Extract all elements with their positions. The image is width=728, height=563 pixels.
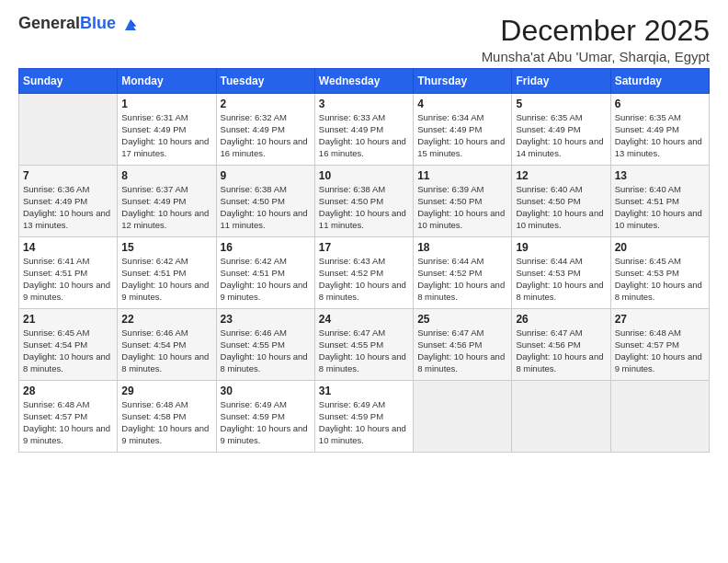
day-info: Sunrise: 6:42 AM Sunset: 4:51 PM Dayligh… (121, 256, 211, 303)
day-cell: 2Sunrise: 6:32 AM Sunset: 4:49 PM Daylig… (216, 94, 314, 166)
logo-blue-text: Blue (80, 14, 116, 32)
day-number: 3 (319, 98, 409, 110)
day-number: 24 (319, 313, 409, 326)
calendar-header: Sunday Monday Tuesday Wednesday Thursday… (19, 69, 710, 94)
day-info: Sunrise: 6:44 AM Sunset: 4:53 PM Dayligh… (516, 256, 606, 303)
day-number: 15 (121, 241, 211, 254)
day-info: Sunrise: 6:40 AM Sunset: 4:50 PM Dayligh… (516, 184, 606, 231)
day-cell: 19Sunrise: 6:44 AM Sunset: 4:53 PM Dayli… (512, 237, 610, 309)
day-number: 1 (121, 98, 211, 110)
day-number: 19 (516, 241, 606, 254)
day-cell: 13Sunrise: 6:40 AM Sunset: 4:51 PM Dayli… (610, 166, 709, 237)
day-number: 23 (221, 313, 311, 326)
day-cell: 26Sunrise: 6:47 AM Sunset: 4:56 PM Dayli… (512, 309, 610, 381)
day-cell: 10Sunrise: 6:38 AM Sunset: 4:50 PM Dayli… (314, 166, 413, 237)
day-info: Sunrise: 6:31 AM Sunset: 4:49 PM Dayligh… (121, 112, 211, 159)
logo-icon (122, 17, 139, 33)
day-number: 29 (121, 385, 211, 397)
day-info: Sunrise: 6:46 AM Sunset: 4:54 PM Dayligh… (121, 327, 211, 374)
day-info: Sunrise: 6:46 AM Sunset: 4:55 PM Dayligh… (221, 327, 311, 374)
week-row-2: 7Sunrise: 6:36 AM Sunset: 4:49 PM Daylig… (19, 166, 710, 237)
day-info: Sunrise: 6:38 AM Sunset: 4:50 PM Dayligh… (319, 184, 409, 231)
day-cell: 28Sunrise: 6:48 AM Sunset: 4:57 PM Dayli… (19, 381, 118, 453)
location-subtitle: Munsha'at Abu 'Umar, Sharqia, Egypt (482, 49, 710, 64)
day-cell: 16Sunrise: 6:42 AM Sunset: 4:51 PM Dayli… (216, 237, 314, 309)
day-cell (512, 381, 610, 453)
day-number: 25 (417, 313, 507, 326)
day-cell: 23Sunrise: 6:46 AM Sunset: 4:55 PM Dayli… (216, 309, 314, 381)
day-number: 8 (121, 169, 211, 182)
day-cell: 17Sunrise: 6:43 AM Sunset: 4:52 PM Dayli… (314, 237, 413, 309)
day-info: Sunrise: 6:41 AM Sunset: 4:51 PM Dayligh… (23, 256, 113, 303)
day-number: 7 (23, 169, 113, 182)
day-cell: 30Sunrise: 6:49 AM Sunset: 4:59 PM Dayli… (216, 381, 314, 453)
col-monday: Monday (118, 69, 216, 94)
week-row-4: 21Sunrise: 6:45 AM Sunset: 4:54 PM Dayli… (19, 309, 710, 381)
day-cell: 21Sunrise: 6:45 AM Sunset: 4:54 PM Dayli… (19, 309, 118, 381)
week-row-3: 14Sunrise: 6:41 AM Sunset: 4:51 PM Dayli… (19, 237, 710, 309)
title-block: December 2025 Munsha'at Abu 'Umar, Sharq… (482, 15, 710, 64)
day-cell: 31Sunrise: 6:49 AM Sunset: 4:59 PM Dayli… (314, 381, 413, 453)
logo-general-text: General (18, 14, 80, 32)
day-cell: 14Sunrise: 6:41 AM Sunset: 4:51 PM Dayli… (19, 237, 118, 309)
day-cell: 3Sunrise: 6:33 AM Sunset: 4:49 PM Daylig… (314, 94, 413, 166)
day-number: 12 (516, 169, 606, 182)
day-info: Sunrise: 6:47 AM Sunset: 4:56 PM Dayligh… (417, 327, 507, 374)
day-number: 13 (615, 169, 705, 182)
day-info: Sunrise: 6:47 AM Sunset: 4:56 PM Dayligh… (516, 327, 606, 374)
day-number: 11 (417, 169, 507, 182)
day-info: Sunrise: 6:37 AM Sunset: 4:49 PM Dayligh… (121, 184, 211, 231)
day-cell: 8Sunrise: 6:37 AM Sunset: 4:49 PM Daylig… (118, 166, 216, 237)
day-cell: 4Sunrise: 6:34 AM Sunset: 4:49 PM Daylig… (414, 94, 512, 166)
day-number: 16 (221, 241, 311, 254)
col-sunday: Sunday (19, 69, 118, 94)
day-info: Sunrise: 6:35 AM Sunset: 4:49 PM Dayligh… (516, 112, 606, 159)
day-number: 30 (221, 385, 311, 397)
logo: GeneralBlue (18, 15, 139, 33)
day-info: Sunrise: 6:48 AM Sunset: 4:57 PM Dayligh… (615, 327, 705, 374)
day-cell: 6Sunrise: 6:35 AM Sunset: 4:49 PM Daylig… (610, 94, 709, 166)
day-cell: 18Sunrise: 6:44 AM Sunset: 4:52 PM Dayli… (414, 237, 512, 309)
col-wednesday: Wednesday (314, 69, 413, 94)
day-info: Sunrise: 6:35 AM Sunset: 4:49 PM Dayligh… (615, 112, 705, 159)
day-number: 17 (319, 241, 409, 254)
day-cell (610, 381, 709, 453)
day-info: Sunrise: 6:47 AM Sunset: 4:55 PM Dayligh… (319, 327, 409, 374)
col-thursday: Thursday (414, 69, 512, 94)
col-friday: Friday (512, 69, 610, 94)
day-number: 28 (23, 385, 113, 397)
day-cell: 27Sunrise: 6:48 AM Sunset: 4:57 PM Dayli… (610, 309, 709, 381)
day-info: Sunrise: 6:34 AM Sunset: 4:49 PM Dayligh… (417, 112, 507, 159)
day-cell: 20Sunrise: 6:45 AM Sunset: 4:53 PM Dayli… (610, 237, 709, 309)
col-saturday: Saturday (610, 69, 709, 94)
day-number: 9 (221, 169, 311, 182)
day-cell: 12Sunrise: 6:40 AM Sunset: 4:50 PM Dayli… (512, 166, 610, 237)
day-number: 21 (23, 313, 113, 326)
day-info: Sunrise: 6:49 AM Sunset: 4:59 PM Dayligh… (319, 399, 409, 446)
day-cell: 24Sunrise: 6:47 AM Sunset: 4:55 PM Dayli… (314, 309, 413, 381)
day-number: 20 (615, 241, 705, 254)
day-cell: 5Sunrise: 6:35 AM Sunset: 4:49 PM Daylig… (512, 94, 610, 166)
week-row-1: 1Sunrise: 6:31 AM Sunset: 4:49 PM Daylig… (19, 94, 710, 166)
day-cell: 25Sunrise: 6:47 AM Sunset: 4:56 PM Dayli… (414, 309, 512, 381)
day-number: 6 (615, 98, 705, 110)
day-info: Sunrise: 6:39 AM Sunset: 4:50 PM Dayligh… (417, 184, 507, 231)
day-number: 14 (23, 241, 113, 254)
day-cell: 22Sunrise: 6:46 AM Sunset: 4:54 PM Dayli… (118, 309, 216, 381)
day-number: 27 (615, 313, 705, 326)
day-number: 2 (221, 98, 311, 110)
day-cell: 15Sunrise: 6:42 AM Sunset: 4:51 PM Dayli… (118, 237, 216, 309)
day-cell: 7Sunrise: 6:36 AM Sunset: 4:49 PM Daylig… (19, 166, 118, 237)
day-info: Sunrise: 6:45 AM Sunset: 4:53 PM Dayligh… (615, 256, 705, 303)
day-cell: 29Sunrise: 6:48 AM Sunset: 4:58 PM Dayli… (118, 381, 216, 453)
day-number: 5 (516, 98, 606, 110)
header: GeneralBlue December 2025 Munsha'at Abu … (18, 15, 710, 64)
day-info: Sunrise: 6:32 AM Sunset: 4:49 PM Dayligh… (221, 112, 311, 159)
day-cell (19, 94, 118, 166)
day-info: Sunrise: 6:43 AM Sunset: 4:52 PM Dayligh… (319, 256, 409, 303)
month-title: December 2025 (482, 15, 710, 47)
day-number: 10 (319, 169, 409, 182)
day-number: 18 (417, 241, 507, 254)
day-cell: 1Sunrise: 6:31 AM Sunset: 4:49 PM Daylig… (118, 94, 216, 166)
day-info: Sunrise: 6:38 AM Sunset: 4:50 PM Dayligh… (221, 184, 311, 231)
